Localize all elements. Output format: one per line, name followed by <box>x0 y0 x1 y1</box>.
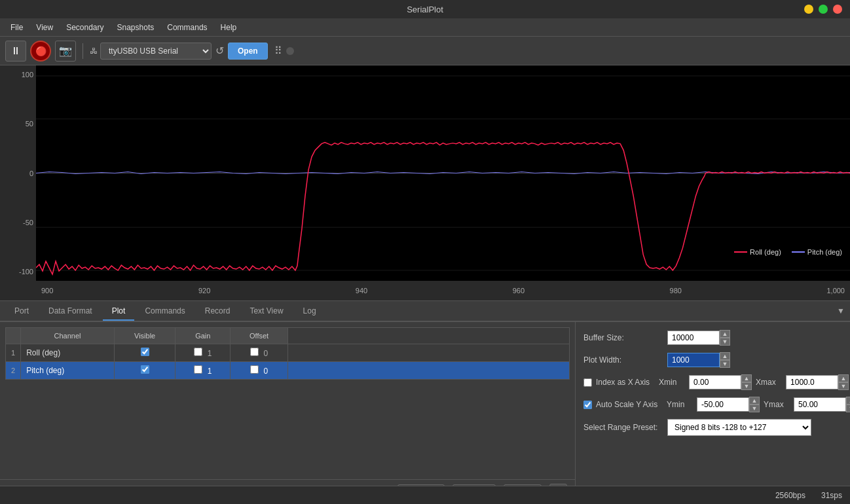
col-visible: Visible <box>114 328 176 344</box>
y-label-100: 100 <box>22 71 33 79</box>
port-select[interactable]: ttyUSB0 USB Serial <box>100 43 212 60</box>
menu-help[interactable]: Help <box>215 22 242 33</box>
buffer-size-row: Buffer Size: ▲ ▼ <box>583 330 842 346</box>
ymin-spinbox: ▲ ▼ <box>697 397 760 412</box>
buffer-size-up[interactable]: ▲ <box>720 330 730 338</box>
tab-port[interactable]: Port <box>5 302 38 321</box>
ymax-up[interactable]: ▲ <box>846 397 850 405</box>
snapshot-button[interactable]: 📷 <box>55 41 76 62</box>
ymin-down[interactable]: ▼ <box>749 405 760 412</box>
tab-log[interactable]: Log <box>294 302 325 321</box>
menu-commands[interactable]: Commands <box>162 22 212 33</box>
gain-value-1: 1 <box>208 349 212 358</box>
x-label-1000: 1,000 <box>826 287 845 295</box>
xmin-max-row: Xmin ▲ ▼ Xmax ▲ ▼ <box>659 374 834 390</box>
row-empty-1 <box>288 344 570 362</box>
offset-checkbox-2[interactable] <box>250 365 259 374</box>
row-visible-2[interactable] <box>114 362 176 380</box>
y-axis: 100 50 0 -50 -100 <box>0 65 36 281</box>
offset-checkbox-1[interactable] <box>250 348 259 356</box>
statusbar: 2560bps 31sps <box>0 486 850 504</box>
offset-value-2: 0 <box>263 367 268 376</box>
chart-plot[interactable]: Roll (deg) Pitch (deg) <box>36 65 850 281</box>
x-label-920: 920 <box>198 287 210 295</box>
buffer-size-input[interactable] <box>667 331 720 345</box>
ymin-input[interactable] <box>697 397 749 412</box>
index-x-row: Index as X Axis Xmin ▲ ▼ Xmax ▲ ▼ <box>583 374 842 390</box>
chart-legend: Roll (deg) Pitch (deg) <box>734 248 842 256</box>
legend-roll: Roll (deg) <box>734 248 781 256</box>
col-channel: Channel <box>21 328 115 344</box>
close-button[interactable] <box>833 5 842 14</box>
gain-value-2: 1 <box>208 367 212 376</box>
menu-file[interactable]: File <box>5 22 28 33</box>
ymax-down[interactable]: ▼ <box>846 405 850 412</box>
visible-checkbox-2[interactable] <box>141 365 149 374</box>
ymax-input[interactable] <box>794 397 846 412</box>
tab-plot[interactable]: Plot <box>103 302 135 321</box>
buffer-size-down[interactable]: ▼ <box>720 338 730 346</box>
channel-table: Channel Visible Gain Offset 1 Roll (deg) <box>5 327 570 380</box>
ymin-max-row: Ymin ▲ ▼ Ymax ▲ ▼ <box>667 397 842 412</box>
record-button[interactable]: 🔴 <box>30 41 51 62</box>
visible-checkbox-1[interactable] <box>141 348 149 356</box>
port-select-wrap: 🖧 ttyUSB0 USB Serial <box>90 43 212 60</box>
tabs-overflow-arrow[interactable]: ▼ <box>837 306 845 315</box>
ymax-label: Ymax <box>764 400 790 409</box>
plot-width-label: Plot Width: <box>583 355 662 365</box>
legend-roll-color <box>734 251 747 253</box>
maximize-button[interactable] <box>819 5 828 14</box>
more-options-button[interactable]: ⠿ <box>274 45 282 57</box>
x-label-940: 940 <box>356 287 367 295</box>
auto-scale-checkbox-row: Auto Scale Y Axis <box>583 400 657 409</box>
menu-snapshots[interactable]: Snapshots <box>112 22 160 33</box>
minimize-button[interactable] <box>804 5 813 14</box>
tab-record[interactable]: Record <box>196 302 240 321</box>
refresh-button[interactable]: ↺ <box>215 45 224 57</box>
tab-data-format[interactable]: Data Format <box>39 302 102 321</box>
legend-roll-label: Roll (deg) <box>750 248 781 256</box>
xmax-up[interactable]: ▲ <box>838 374 849 382</box>
buffer-size-spin-btns: ▲ ▼ <box>720 330 730 346</box>
table-row[interactable]: 2 Pitch (deg) 1 0 <box>6 362 570 380</box>
tab-text-view[interactable]: Text View <box>240 302 292 321</box>
xmin-input[interactable] <box>689 375 741 389</box>
y-label-0: 0 <box>29 170 33 177</box>
plot-width-input[interactable] <box>667 353 720 367</box>
gain-checkbox-1[interactable] <box>194 348 202 356</box>
chart-svg <box>36 65 850 281</box>
auto-scale-row: Auto Scale Y Axis Ymin ▲ ▼ Ymax ▲ ▼ <box>583 397 842 412</box>
menu-secondary[interactable]: Secondary <box>61 22 109 33</box>
plot-width-up[interactable]: ▲ <box>720 352 730 360</box>
y-label-50: 50 <box>26 120 33 128</box>
row-gain-2: 1 <box>176 362 231 380</box>
row-visible-1[interactable] <box>114 344 176 362</box>
row-name-1: Roll (deg) <box>21 344 115 362</box>
y-label-neg100: -100 <box>19 268 33 276</box>
menubar: File View Secondary Snapshots Commands H… <box>0 18 850 37</box>
xmax-input[interactable] <box>786 375 838 389</box>
right-panel: Buffer Size: ▲ ▼ Plot Width: ▲ ▼ <box>575 322 850 504</box>
menu-view[interactable]: View <box>31 22 58 33</box>
row-offset-1: 0 <box>231 344 288 362</box>
plot-width-down[interactable]: ▼ <box>720 360 730 368</box>
tab-commands[interactable]: Commands <box>136 302 194 321</box>
open-button[interactable]: Open <box>228 43 268 60</box>
titlebar: SerialPlot <box>0 0 850 18</box>
col-offset: Offset <box>231 328 288 344</box>
xmin-up[interactable]: ▲ <box>741 374 752 382</box>
gain-checkbox-2[interactable] <box>194 365 202 374</box>
xmin-down[interactable]: ▼ <box>741 382 752 390</box>
ymin-up[interactable]: ▲ <box>749 397 760 405</box>
range-preset-label: Select Range Preset: <box>583 423 662 432</box>
sps-status: 31sps <box>821 491 842 500</box>
y-label-neg50: -50 <box>23 219 33 226</box>
row-num-2: 2 <box>6 362 21 380</box>
auto-scale-checkbox[interactable] <box>583 401 592 409</box>
table-row: 1 Roll (deg) 1 0 <box>6 344 570 362</box>
pause-button[interactable]: ⏸ <box>5 41 26 62</box>
index-x-checkbox[interactable] <box>583 378 592 387</box>
buffer-size-label: Buffer Size: <box>583 333 662 342</box>
range-preset-select[interactable]: Signed 8 bits -128 to +127 Unsigned 8 bi… <box>667 419 811 436</box>
xmax-down[interactable]: ▼ <box>838 382 849 390</box>
